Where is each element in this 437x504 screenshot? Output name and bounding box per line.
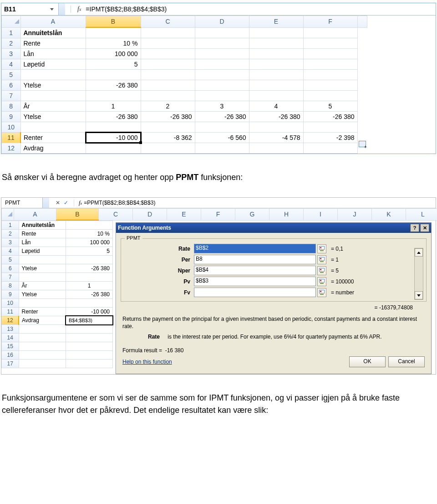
cell[interactable]: 1	[66, 282, 113, 290]
cell[interactable]	[141, 122, 195, 133]
row-header[interactable]: 3	[2, 238, 19, 247]
row-header[interactable]: 5	[2, 70, 21, 80]
cell[interactable]	[19, 360, 66, 368]
cell[interactable]	[141, 70, 195, 80]
cell[interactable]: Annuitetslån	[20, 27, 86, 38]
dialog-close-button[interactable]: ✕	[420, 224, 429, 232]
range-picker-icon[interactable]	[317, 277, 326, 286]
row-header[interactable]: 11	[2, 133, 21, 143]
split-grip[interactable]	[42, 198, 49, 208]
col-header[interactable]: G	[235, 209, 269, 221]
range-picker-icon[interactable]	[317, 266, 326, 275]
cell[interactable]: Annuitetslån	[19, 221, 66, 230]
formula-input-2[interactable]: =PPMT($B$2;B8;$B$4;$B$3)	[82, 200, 155, 206]
cell[interactable]: 2	[141, 101, 195, 112]
cell[interactable]	[195, 38, 249, 49]
range-picker-icon[interactable]	[317, 288, 326, 297]
cell[interactable]	[249, 122, 303, 133]
cell[interactable]	[195, 49, 249, 59]
cell[interactable]	[66, 360, 113, 368]
cell[interactable]	[141, 59, 195, 70]
col-header[interactable]: D	[133, 209, 167, 221]
cell[interactable]	[249, 27, 303, 38]
cell[interactable]	[20, 122, 86, 133]
scroll-up-icon[interactable]	[415, 248, 423, 257]
cell[interactable]	[249, 38, 303, 49]
cell[interactable]: Lån	[19, 238, 66, 247]
row-header[interactable]: 12	[2, 316, 19, 325]
cell[interactable]	[249, 143, 303, 154]
row-header[interactable]: 4	[2, 247, 19, 256]
row-header[interactable]: 1	[2, 27, 21, 38]
cell[interactable]: År	[19, 282, 66, 290]
fx-icon[interactable]: fx	[74, 200, 82, 206]
row-header[interactable]: 13	[2, 325, 19, 334]
help-link[interactable]: Help on this function	[122, 359, 172, 365]
col-header[interactable]: B	[56, 209, 99, 221]
cell[interactable]	[19, 325, 66, 334]
cell[interactable]: Ytelse	[20, 80, 86, 91]
row-header[interactable]: 8	[2, 101, 21, 112]
row-header[interactable]: 6	[2, 264, 19, 273]
cell[interactable]: År	[20, 101, 86, 112]
col-header[interactable]: C	[141, 16, 195, 28]
cell[interactable]	[19, 342, 66, 351]
cell[interactable]: -6 560	[195, 133, 249, 143]
col-header[interactable]: E	[167, 209, 201, 221]
cell[interactable]	[19, 256, 66, 264]
row-header[interactable]: 9	[2, 112, 21, 122]
cell[interactable]	[303, 59, 357, 70]
row-header[interactable]: 1	[2, 221, 19, 230]
args-scrollbar[interactable]	[414, 248, 423, 300]
name-box-2[interactable]: PPMT	[1, 199, 41, 207]
col-header[interactable]: D	[195, 16, 249, 28]
dialog-help-button[interactable]: ?	[410, 224, 419, 232]
cell[interactable]: Renter	[20, 133, 86, 143]
row-header[interactable]: 2	[2, 38, 21, 49]
row-header[interactable]: 7	[2, 91, 21, 101]
row-header[interactable]: 7	[2, 273, 19, 282]
name-box-dropdown-icon[interactable]	[50, 8, 54, 10]
cell[interactable]	[20, 91, 86, 101]
cell[interactable]: 4	[249, 101, 303, 112]
col-header[interactable]: H	[269, 209, 304, 221]
cell[interactable]	[303, 38, 357, 49]
cell[interactable]: 10 %	[66, 230, 113, 238]
cell[interactable]: Rente	[19, 230, 66, 238]
col-header[interactable]: I	[304, 209, 338, 221]
cell[interactable]: 10 %	[86, 38, 141, 49]
cell[interactable]: -26 380	[195, 112, 249, 122]
cell[interactable]	[86, 27, 141, 38]
split-grip[interactable]	[58, 3, 65, 15]
autofill-options-icon[interactable]	[359, 141, 366, 147]
arg-input[interactable]: $B$3	[194, 277, 316, 286]
cell[interactable]: Løpetid	[20, 59, 86, 70]
cell[interactable]	[86, 122, 141, 133]
spreadsheet-grid-2[interactable]: 1Annuitetslån2Rente10 %3Lån100 0004Løpet…	[1, 221, 113, 368]
cell[interactable]	[303, 122, 357, 133]
cell[interactable]	[141, 49, 195, 59]
cell[interactable]	[66, 334, 113, 342]
spreadsheet-grid-1[interactable]: ABCDEF1Annuitetslån2Rente10 %3Lån100 000…	[1, 15, 367, 154]
cell[interactable]: -10 000	[86, 133, 141, 143]
cell[interactable]	[86, 70, 141, 80]
cell[interactable]	[303, 70, 357, 80]
range-picker-icon[interactable]	[317, 255, 326, 264]
cell[interactable]	[195, 59, 249, 70]
col-header[interactable]: C	[99, 209, 133, 221]
col-header[interactable]: B	[86, 16, 141, 28]
cell[interactable]: Lån	[20, 49, 86, 59]
cell[interactable]: 100 000	[66, 238, 113, 247]
cell[interactable]: 5	[86, 59, 141, 70]
cancel-edit-icon[interactable]: ✕	[56, 200, 60, 206]
cell[interactable]: -8 362	[141, 133, 195, 143]
cell[interactable]: -26 380	[66, 290, 113, 299]
cell[interactable]: 100 000	[86, 49, 141, 59]
arg-input[interactable]: B8	[194, 255, 316, 264]
enter-edit-icon[interactable]: ✓	[64, 200, 68, 206]
cell[interactable]: Ytelse	[20, 112, 86, 122]
cell[interactable]	[141, 80, 195, 91]
row-header[interactable]: 6	[2, 80, 21, 91]
cell[interactable]	[66, 221, 113, 230]
cell[interactable]: 5	[66, 247, 113, 256]
